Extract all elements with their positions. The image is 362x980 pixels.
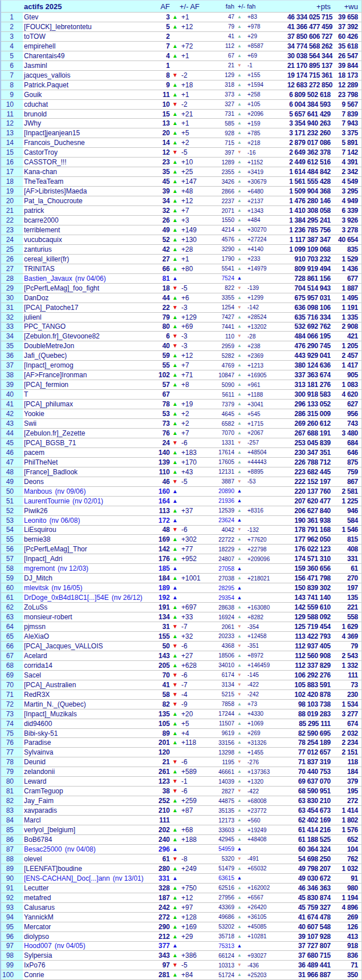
user-name-link[interactable]: mgremont(nv 12/03) [23,564,145,572]
user-name-link[interactable]: [Inpact]jeanjean15 [23,129,145,137]
user-name-link[interactable]: DoubleMetreJon [23,342,145,350]
user-name-link[interactable]: brunold [23,110,145,118]
user-name-link[interactable]: PhilTheNet [23,458,145,466]
user-name-link[interactable]: LiEsquirou [23,526,145,534]
user-name-link[interactable]: CramTeguop [23,787,145,795]
user-name-link[interactable]: ZoLuSs [23,603,145,611]
user-name-link[interactable]: Hood007(nv 04/05) [23,942,145,950]
user-name-link[interactable]: pjmssn [23,623,145,631]
user-name-link[interactable]: Jasminl [23,62,145,70]
user-name-link[interactable]: Deunid [23,758,145,766]
user-name-link[interactable]: terriblement [23,226,145,234]
user-name-link[interactable]: DrDoge_0xB4d18C1[...]54E(nv 26/12) [23,594,145,602]
user-name-link[interactable]: Sylpersia [23,951,145,959]
user-name-link[interactable]: YannickM [23,913,145,921]
user-name-link[interactable]: Deons [23,478,145,486]
user-name-link[interactable]: TheTeaTeam [23,178,145,185]
user-name-link[interactable]: metafred [23,894,145,902]
user-name-link[interactable]: Paradise [23,739,145,747]
user-name-link[interactable]: Besac25000(nv 04/08) [23,845,145,853]
user-name-link[interactable]: pacem [23,449,145,457]
user-name-link[interactable]: Pat_la_Choucroute [23,197,145,205]
user-name-link[interactable]: DJ_Mitch [23,574,145,582]
user-name-link[interactable]: Manbous(nv 09/06) [23,487,145,495]
user-name-link[interactable]: Lecutter [23,884,145,892]
user-name-link[interactable]: Conrie [23,971,145,979]
user-name-link[interactable]: bcarre2000 [23,216,145,224]
user-name-link[interactable]: [PCA]_Jacques_VALLOIS [23,642,145,650]
user-name-link[interactable]: Kana-chan [23,168,145,176]
user-name-link[interactable]: [Inpact]_Adri [23,555,145,563]
user-name-link[interactable]: CastorTroy [23,148,145,156]
user-name-link[interactable]: Yookie [23,410,145,418]
user-name-link[interactable]: monsieur-robert [23,613,145,621]
user-name-link[interactable]: Martin_N._(Quebec) [23,700,145,708]
user-name-link[interactable]: olevel [23,855,145,863]
user-name-link[interactable]: [ENS-CACHAN]_Doc[...]ann(nv 13/01) [23,874,145,882]
user-name-link[interactable]: verlyol_[belgium] [23,826,145,834]
user-name-link[interactable]: Acelard [23,652,145,660]
user-name-link[interactable]: RedR3X [23,691,145,699]
user-name-link[interactable]: Jafi_(Quebec) [23,352,145,360]
user-name-link[interactable]: [Zebulon.fr]_Gtevoone82 [23,332,145,340]
user-name-link[interactable]: [FOUCK]_lebretontetu [23,23,145,31]
user-name-link[interactable]: cereal_killer(fr) [23,255,145,263]
user-name-link[interactable]: mlevitsk(nv 16/05) [23,584,145,592]
user-name-link[interactable]: Leonito(nv 06/08) [23,517,145,525]
user-name-link[interactable]: Sacel [23,671,145,679]
user-name-link[interactable]: [Inpact]_Muzikals [23,710,145,718]
user-name-link[interactable]: [AF>France]Ironman [23,371,145,379]
user-name-link[interactable]: [PCA]_philumax [23,400,145,408]
user-name-link[interactable]: did94600 [23,720,145,728]
user-name-link[interactable]: Gtev [23,13,145,21]
user-name-link[interactable]: Marcl [23,816,145,824]
user-name-link[interactable]: IxPo76 [23,961,145,969]
user-name-link[interactable]: zanturius [23,245,145,253]
user-name-link[interactable]: T [23,390,145,398]
user-name-link[interactable]: cduchat [23,100,145,108]
user-name-link[interactable]: xavparadis [23,806,145,814]
user-name-link[interactable]: toTOW [23,33,145,41]
user-name-link[interactable]: Francois_Duchesne [23,139,145,147]
user-name-link[interactable]: [PCA]_BGSB_71 [23,439,145,447]
user-name-link[interactable]: [PCA]_Australien [23,681,145,689]
user-name-link[interactable]: Charentais49 [23,52,145,60]
user-name-link[interactable]: BoB6784 [23,836,145,844]
user-name-link[interactable]: zelandonii [23,768,145,776]
user-name-link[interactable]: Bastien_Javaux(nv 04/06) [23,275,145,283]
user-name-link[interactable]: JWhy [23,119,145,127]
user-name-link[interactable]: Piwik26 [23,507,145,515]
user-name-link[interactable]: LaurentTournie(nv 02/01) [23,497,145,505]
user-name-link[interactable]: Swii [23,420,145,428]
user-name-link[interactable]: [PCA]_fermion [23,381,145,389]
user-name-link[interactable]: julienl [23,313,145,321]
user-name-link[interactable]: [PcPerfLeMag]_foo_fight [23,284,145,292]
user-name-link[interactable]: TRINITAS [23,265,145,273]
user-name-link[interactable]: AleXiaO [23,632,145,640]
user-name-link[interactable]: Mercator [23,923,145,931]
user-name-link[interactable]: patrick [23,207,145,215]
user-name-link[interactable]: jacques_vallois [23,71,145,79]
user-name-link[interactable]: bernie38 [23,535,145,543]
user-name-link[interactable]: [France]_Badlook [23,468,145,476]
user-name-link[interactable]: empirehell [23,42,145,50]
user-name-link[interactable]: [AF>Libristes]Maeda [23,187,145,195]
user-name-link[interactable]: diolypso [23,933,145,941]
user-name-link[interactable]: Calusarus [23,904,145,912]
user-name-link[interactable]: DanDoz [23,294,145,302]
user-name-link[interactable]: PPC_TANGO [23,322,145,330]
user-name-link[interactable]: [Inpact]_eromog [23,361,145,369]
user-name-link[interactable]: [Zebulon.fr]_Zezette [23,429,145,437]
user-name-link[interactable]: [PcPerfLeMag]_Thor [23,545,145,553]
user-name-link[interactable]: vucubcaquix [23,236,145,244]
user-name-link[interactable]: Gouik [23,91,145,99]
user-name-link[interactable]: [LEENFAT]boudine [23,865,145,873]
user-name-link[interactable]: corrida14 [23,662,145,670]
user-name-link[interactable]: CASSTOR_!!! [23,158,145,166]
user-name-link[interactable]: Bibi-sky-51 [23,729,145,737]
user-name-link[interactable]: Leward [23,777,145,785]
user-name-link[interactable]: Patrick.Paquet [23,81,145,89]
user-name-link[interactable]: Jay_Faim [23,797,145,805]
user-name-link[interactable]: [PCA]_Patoche17 [23,304,145,312]
user-name-link[interactable]: Sylvainva [23,748,145,756]
